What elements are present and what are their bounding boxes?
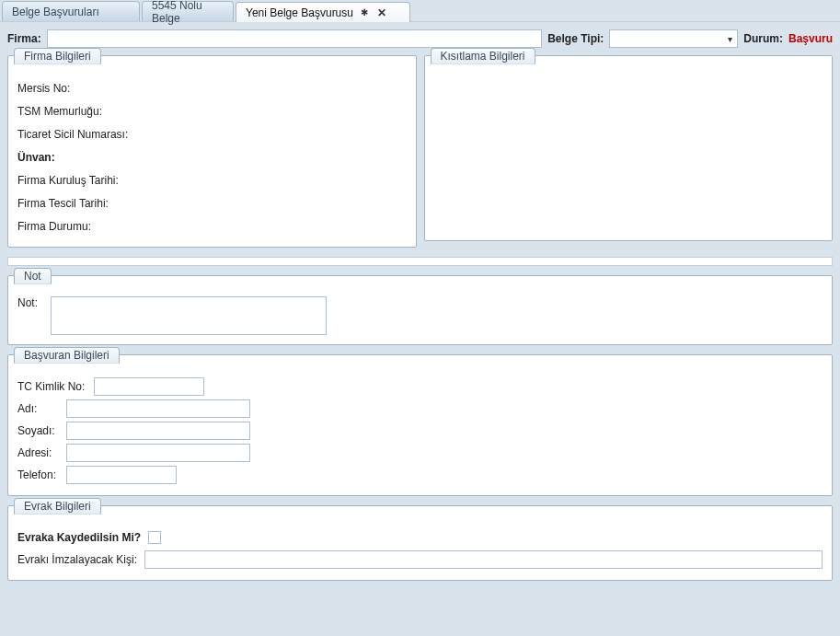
tsm-label: TSM Memurluğu:: [17, 105, 102, 118]
legend-evrak-bilgileri: Evrak Bilgileri: [14, 498, 101, 515]
tab-label: Yeni Belge Başvurusu: [246, 6, 353, 19]
evraka-kaydedilsin-label: Evraka Kaydedilsin Mi?: [17, 531, 141, 544]
unvan-label: Ünvan:: [17, 151, 55, 164]
tab-yeni-belge-basvurusu[interactable]: Yeni Belge Başvurusu ✱ ✕: [236, 2, 410, 22]
firma-durum-label: Firma Durumu:: [17, 220, 91, 233]
legend-firma-bilgileri: Firma Bilgileri: [14, 48, 101, 64]
separator-strip: [7, 257, 833, 266]
soyadi-label: Soyadı:: [17, 424, 59, 437]
not-textarea[interactable]: [51, 296, 327, 335]
adresi-label: Adresi:: [17, 446, 59, 459]
legend-kisitlama-bilgileri: Kısıtlama Bilgileri: [431, 48, 535, 64]
ticaret-sicil-label: Ticaret Sicil Numarası:: [17, 128, 128, 141]
tc-kimlik-input[interactable]: [94, 377, 204, 396]
tc-kimlik-label: TC Kimlik No:: [17, 380, 86, 393]
evraki-imzalayacak-input[interactable]: [144, 550, 823, 569]
soyadi-input[interactable]: [66, 422, 250, 440]
fieldset-kisitlama-bilgileri: Kısıtlama Bilgileri: [424, 55, 834, 241]
adresi-input[interactable]: [66, 444, 250, 462]
tab-5545-nolu-belge[interactable]: 5545 Nolu Belge: [142, 1, 234, 21]
legend-not: Not: [14, 268, 52, 284]
legend-basvuran-bilgileri: Başvuran Bilgileri: [14, 347, 120, 364]
adi-label: Adı:: [17, 402, 59, 415]
evraki-imzalayacak-label: Evrakı İmzalayacak Kişi:: [17, 553, 137, 566]
fieldset-firma-bilgileri: Firma Bilgileri Mersis No: TSM Memurluğu…: [7, 55, 417, 248]
not-label: Not:: [17, 296, 43, 335]
dirty-star-icon: ✱: [361, 7, 368, 17]
firma-label: Firma:: [7, 32, 41, 45]
durum-label: Durum:: [743, 32, 783, 45]
header-row: Firma: Belge Tipi: ▾ Durum: Başvuru: [7, 29, 833, 48]
close-icon[interactable]: ✕: [377, 6, 386, 19]
belge-tipi-combo[interactable]: ▾: [609, 29, 738, 48]
fieldset-not: Not Not:: [7, 275, 833, 345]
tab-label: Belge Başvuruları: [12, 6, 99, 18]
tescil-label: Firma Tescil Tarihi:: [17, 197, 109, 210]
evraka-kaydedilsin-checkbox[interactable]: [148, 531, 161, 544]
kurulus-label: Firma Kuruluş Tarihi:: [17, 174, 119, 187]
firma-input[interactable]: [47, 29, 542, 48]
telefon-input[interactable]: [66, 466, 177, 484]
telefon-label: Telefon:: [17, 468, 59, 481]
tab-label: 5545 Nolu Belge: [152, 0, 224, 25]
mersis-label: Mersis No:: [17, 82, 70, 95]
belge-tipi-label: Belge Tipi:: [547, 32, 604, 45]
chevron-down-icon: ▾: [722, 34, 737, 44]
tab-belge-basvurulari[interactable]: Belge Başvuruları: [2, 1, 140, 21]
adi-input[interactable]: [66, 399, 250, 418]
tab-strip: Belge Başvuruları 5545 Nolu Belge Yeni B…: [0, 0, 840, 22]
fieldset-basvuran-bilgileri: Başvuran Bilgileri TC Kimlik No: Adı: So…: [7, 354, 833, 496]
durum-value: Başvuru: [788, 32, 833, 45]
fieldset-evrak-bilgileri: Evrak Bilgileri Evraka Kaydedilsin Mi? E…: [7, 505, 833, 581]
